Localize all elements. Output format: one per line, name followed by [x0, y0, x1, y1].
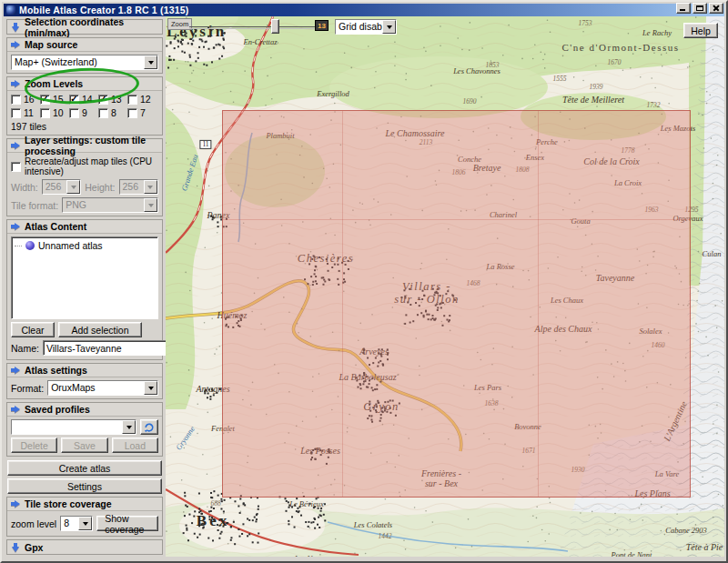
grid-select[interactable]: Grid disabled	[335, 19, 397, 35]
expand-arrow-icon	[11, 41, 20, 49]
atlas-format-select[interactable]: OruxMaps	[47, 380, 158, 396]
atlas-icon	[25, 241, 35, 250]
save-profile-button[interactable]: Save	[61, 437, 107, 453]
dropdown-arrow-icon[interactable]	[144, 381, 157, 395]
map-source-select[interactable]: Map+ (Switzerland)	[11, 55, 158, 70]
dropdown-arrow-icon[interactable]	[78, 517, 92, 530]
minimize-button[interactable]	[676, 3, 691, 14]
zoom-level-item: ✓15	[40, 94, 69, 105]
coverage-zoom-select[interactable]: 8	[60, 516, 93, 531]
selection-coordinates-header[interactable]: Selection coordinates (min/max)	[7, 20, 162, 34]
zoom-level-grid: 16✓15✓14✓13121110987	[11, 94, 158, 118]
layer-settings-header[interactable]: Layer settings: custom tile processing	[7, 139, 162, 153]
dropdown-arrow-icon[interactable]	[144, 55, 157, 69]
tile-store-coverage-header[interactable]: Tile store coverage	[7, 498, 162, 511]
expand-arrow-icon	[11, 142, 20, 150]
clear-button[interactable]: Clear	[11, 322, 55, 337]
close-button[interactable]	[709, 3, 723, 14]
panel-gpx: Gpx	[6, 539, 163, 555]
load-profile-button[interactable]: Load	[112, 437, 158, 453]
atlas-content-header[interactable]: Atlas Content	[7, 220, 162, 234]
zoom-level-checkbox[interactable]	[11, 108, 21, 118]
zoom-level-checkbox[interactable]	[127, 108, 137, 118]
show-coverage-button[interactable]: Show coverage	[96, 516, 158, 531]
app-window: Mobile Atlas Creator 1.8 RC 1 (1315) Sel…	[0, 0, 728, 563]
tile-count-label: 197 tiles	[11, 121, 158, 132]
gpx-header[interactable]: Gpx	[7, 540, 162, 554]
title-bar[interactable]: Mobile Atlas Creator 1.8 RC 1 (1315)	[4, 4, 724, 16]
panel-saved-profiles: Saved profiles Delete	[6, 402, 163, 457]
zoom-level-label: 8	[111, 107, 116, 118]
profile-select[interactable]	[11, 419, 136, 435]
zoom-level-label: 10	[53, 107, 64, 118]
tile-height-select: 256	[119, 179, 158, 195]
zoom-level-item: ✓13	[98, 94, 127, 105]
zoom-level-item: 10	[40, 107, 69, 118]
delete-profile-button[interactable]: Delete	[11, 437, 57, 453]
dropdown-arrow-icon[interactable]	[122, 420, 136, 434]
zoom-level-item: ✓14	[69, 94, 98, 105]
zoom-level-item: 8	[98, 107, 127, 118]
zoom-slider-track[interactable]	[189, 26, 318, 29]
dropdown-arrow-icon	[66, 180, 80, 194]
expand-arrow-icon	[11, 500, 20, 508]
zoom-level-item: 12	[127, 94, 157, 105]
panel-atlas-content: Atlas Content Unnamed atlas Clear Add se…	[6, 219, 163, 360]
create-atlas-button[interactable]: Create atlas	[7, 460, 162, 476]
sidebar: Selection coordinates (min/max) Map sour…	[4, 16, 166, 557]
maximize-button[interactable]	[693, 3, 707, 14]
atlas-tree-root[interactable]: Unnamed atlas	[15, 240, 155, 251]
expand-arrow-icon	[11, 80, 20, 88]
zoom-level-label: 14	[82, 94, 93, 105]
zoom-slider-thumb[interactable]	[271, 19, 279, 34]
collapse-arrow-icon	[11, 543, 20, 551]
zoom-level-label: 13	[111, 94, 122, 105]
zoom-level-checkbox[interactable]	[98, 108, 108, 118]
expand-arrow-icon	[11, 406, 20, 414]
atlas-name-input[interactable]	[43, 340, 173, 356]
zoom-level-label: 16	[24, 94, 35, 105]
maximize-icon	[696, 5, 703, 11]
dropdown-arrow-icon[interactable]	[382, 20, 396, 34]
refresh-icon	[144, 422, 155, 433]
panel-map-source: Map source Map+ (Switzerland)	[6, 37, 163, 74]
atlas-settings-header[interactable]: Atlas settings	[7, 364, 162, 377]
zoom-level-checkbox[interactable]: ✓	[40, 95, 50, 105]
panel-zoom-levels: Zoom Levels 16✓15✓14✓13121110987 197 til…	[6, 76, 163, 136]
dropdown-arrow-icon	[144, 180, 157, 194]
map-source-header[interactable]: Map source	[7, 38, 162, 52]
zoom-level-label: 9	[82, 107, 87, 118]
reload-profiles-button[interactable]	[140, 419, 158, 435]
saved-profiles-header[interactable]: Saved profiles	[7, 403, 162, 417]
expand-arrow-icon	[11, 223, 20, 231]
panel-layer-settings: Layer settings: custom tile processing R…	[6, 138, 163, 216]
collapse-arrow-icon	[11, 23, 20, 31]
zoom-level-checkbox[interactable]: ✓	[98, 95, 108, 105]
tile-width-select: 256	[42, 179, 81, 195]
zoom-level-checkbox[interactable]	[11, 95, 21, 105]
zoom-level-item: 11	[11, 107, 40, 118]
panel-atlas-settings: Atlas settings Format: OruxMaps	[6, 363, 163, 399]
recreate-tiles-checkbox[interactable]	[11, 162, 21, 172]
window-title: Mobile Atlas Creator 1.8 RC 1 (1315)	[19, 5, 189, 15]
dropdown-arrow-icon	[144, 198, 157, 212]
atlas-tree[interactable]: Unnamed atlas	[11, 236, 158, 319]
zoom-level-checkbox[interactable]	[127, 95, 137, 105]
zoom-level-item: 16	[11, 94, 40, 105]
zoom-levels-header[interactable]: Zoom Levels	[7, 77, 162, 91]
help-button[interactable]: Help	[683, 23, 718, 38]
zoom-level-checkbox[interactable]	[69, 108, 79, 118]
minimize-icon	[680, 9, 685, 11]
settings-button[interactable]: Settings	[7, 478, 162, 494]
zoom-level-item: 9	[69, 107, 98, 118]
zoom-level-item: 7	[127, 107, 157, 118]
add-selection-button[interactable]: Add selection	[58, 322, 142, 337]
zoom-level-checkbox[interactable]: ✓	[69, 95, 79, 105]
map-viewport[interactable]: LeysinEn-CrettazExergillodLes ChavonnesC…	[166, 16, 724, 557]
map-artwork	[166, 16, 724, 557]
zoom-level-label: 7	[140, 107, 146, 118]
zoom-level-label: 15	[53, 94, 64, 105]
zoom-level-checkbox[interactable]	[40, 108, 50, 118]
zoom-level-label: 11	[24, 107, 34, 118]
zoom-value-badge: 13	[315, 20, 329, 31]
